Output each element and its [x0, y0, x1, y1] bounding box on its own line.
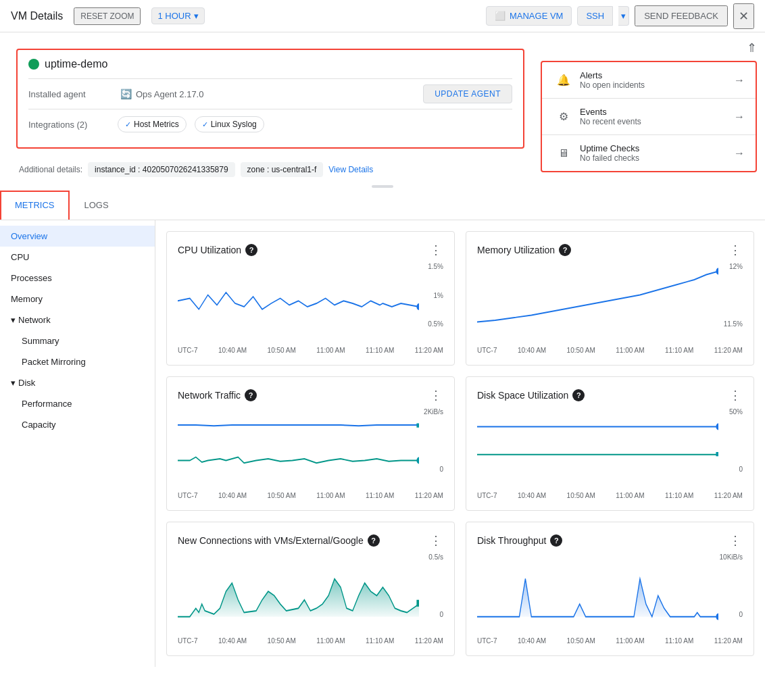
linux-syslog-label: Linux Syslog — [211, 120, 257, 129]
resize-handle[interactable] — [0, 182, 765, 191]
top-bar: VM Details RESET ZOOM 1 HOUR ▾ ⬜ MANAGE … — [0, 0, 765, 32]
events-item[interactable]: ⚙ Events No recent events → — [542, 99, 756, 135]
update-agent-button[interactable]: UPDATE AGENT — [423, 84, 512, 103]
disk-space-more-icon[interactable]: ⋮ — [729, 388, 743, 403]
network-x-labels: UTC-7 10:40 AM 10:50 AM 11:00 AM 11:10 A… — [178, 492, 443, 499]
network-title-row: Network Traffic ? — [178, 389, 257, 401]
instance-id-chip: instance_id : 4020507026241335879 — [88, 162, 235, 177]
network-help-icon[interactable]: ? — [245, 389, 257, 401]
charts-area: CPU Utilization ? ⋮ 1.5% 1% 0.5% — [155, 220, 765, 667]
collapse-button[interactable]: ⇑ — [747, 41, 757, 55]
disk-throughput-help-icon[interactable]: ? — [550, 534, 562, 547]
disk-space-chart-container: 50% 0 — [477, 408, 743, 489]
instance-id-label: instance_id : — [95, 165, 143, 174]
cpu-chart-container: 1.5% 1% 0.5% — [178, 263, 443, 344]
disk-space-chart-svg — [477, 408, 718, 476]
cpu-chart-svg — [178, 263, 419, 330]
memory-chart-header: Memory Utilization ? ⋮ — [477, 243, 743, 257]
charts-grid: CPU Utilization ? ⋮ 1.5% 1% 0.5% — [166, 231, 754, 656]
page-title: VM Details — [11, 10, 63, 22]
events-subtitle: No recent events — [580, 117, 734, 126]
manage-vm-button[interactable]: ⬜ MANAGE VM — [486, 6, 572, 26]
uptime-checks-text: Uptime Checks No failed checks — [580, 143, 734, 163]
new-connections-more-icon[interactable]: ⋮ — [430, 533, 443, 548]
memory-x-labels: UTC-7 10:40 AM 10:50 AM 11:00 AM 11:10 A… — [477, 347, 743, 354]
zone-value: us-central1-f — [272, 165, 317, 174]
close-button[interactable]: ✕ — [733, 3, 754, 29]
view-details-link[interactable]: View Details — [328, 165, 373, 174]
sidebar-group-disk[interactable]: ▾ Disk — [0, 372, 155, 393]
sidebar-item-cpu[interactable]: CPU — [0, 247, 155, 268]
uptime-checks-item[interactable]: 🖥 Uptime Checks No failed checks → — [542, 135, 756, 171]
vm-name: uptime-demo — [45, 58, 107, 70]
svg-marker-10 — [477, 579, 718, 617]
bell-icon: 🔔 — [553, 74, 574, 86]
disk-throughput-title-row: Disk Throughput ? — [477, 534, 562, 547]
network-traffic-chart: Network Traffic ? ⋮ 2KiB/s 0 — [166, 376, 455, 511]
disk-throughput-title: Disk Throughput — [477, 535, 546, 546]
resize-handle-bar — [372, 185, 393, 188]
chevron-down-icon: ▾ — [194, 11, 199, 21]
cpu-chart-title: CPU Utilization — [178, 245, 241, 255]
cpu-chart-header: CPU Utilization ? ⋮ — [178, 243, 443, 257]
integrations-row: Integrations (2) ✓ Host Metrics ✓ Linux … — [28, 109, 512, 139]
vm-details-container: uptime-demo Installed agent 🔄 Ops Agent … — [0, 32, 541, 182]
instance-id-value: 4020507026241335879 — [143, 165, 228, 174]
metrics-tab[interactable]: METRICS — [0, 191, 70, 220]
cpu-y-labels: 1.5% 1% 0.5% — [419, 263, 443, 328]
linux-syslog-chip: ✓ Linux Syslog — [195, 116, 264, 132]
time-period-button[interactable]: 1 HOUR ▾ — [151, 7, 204, 24]
details-section: uptime-demo Installed agent 🔄 Ops Agent … — [0, 32, 765, 182]
sidebar-item-memory[interactable]: Memory — [0, 289, 155, 309]
disk-throughput-container: 10KiB/s 0 — [477, 553, 743, 634]
alerts-arrow-icon: → — [734, 74, 745, 86]
memory-chart-title: Memory Utilization — [477, 245, 555, 255]
uptime-checks-arrow-icon: → — [734, 147, 745, 159]
svg-marker-8 — [178, 579, 419, 617]
memory-chart-container: 12% 11.5% — [477, 263, 743, 344]
new-connections-title-row: New Connections with VMs/External/Google… — [178, 534, 380, 547]
ssh-dropdown-button[interactable]: ▾ — [618, 6, 629, 26]
sidebar-item-overview[interactable]: Overview — [0, 226, 155, 247]
memory-help-icon[interactable]: ? — [559, 244, 571, 256]
check-icon-2: ✓ — [202, 120, 208, 129]
disk-throughput-svg — [477, 553, 718, 621]
disk-throughput-header: Disk Throughput ? ⋮ — [477, 533, 743, 548]
sidebar-item-summary[interactable]: Summary — [0, 330, 155, 351]
disk-space-y-labels: 50% 0 — [718, 408, 743, 473]
disk-space-x-labels: UTC-7 10:40 AM 10:50 AM 11:00 AM 11:10 A… — [477, 492, 743, 499]
memory-more-icon[interactable]: ⋮ — [729, 243, 743, 257]
new-connections-chart: New Connections with VMs/External/Google… — [166, 522, 455, 656]
memory-y-labels: 12% 11.5% — [718, 263, 743, 328]
zone-label: zone : — [247, 165, 272, 174]
sidebar-item-capacity[interactable]: Capacity — [0, 414, 155, 435]
content-area: Overview CPU Processes Memory ▾ Network … — [0, 220, 765, 667]
sidebar-group-network[interactable]: ▾ Network — [0, 309, 155, 330]
vm-name-row: uptime-demo — [28, 58, 512, 70]
vm-icon: ⬜ — [495, 11, 505, 21]
network-chart-svg — [178, 408, 419, 476]
cpu-help-icon[interactable]: ? — [245, 244, 257, 256]
check-icon-1: ✓ — [125, 120, 131, 129]
ssh-button[interactable]: SSH — [577, 6, 613, 26]
events-text: Events No recent events — [580, 107, 734, 126]
sidebar-item-packet-mirroring[interactable]: Packet Mirroring — [0, 351, 155, 372]
logs-tab[interactable]: LOGS — [70, 191, 124, 220]
alerts-item[interactable]: 🔔 Alerts No open incidents → — [542, 62, 756, 99]
agent-label: Installed agent — [28, 89, 109, 99]
new-connections-help-icon[interactable]: ? — [368, 534, 380, 547]
new-connections-svg — [178, 553, 419, 621]
new-connections-title: New Connections with VMs/External/Google — [178, 535, 364, 546]
alerts-panel: 🔔 Alerts No open incidents → ⚙ Events No… — [541, 61, 757, 172]
cpu-more-icon[interactable]: ⋮ — [430, 243, 443, 257]
network-more-icon[interactable]: ⋮ — [430, 388, 443, 403]
sidebar-item-performance[interactable]: Performance — [0, 393, 155, 414]
sidebar: Overview CPU Processes Memory ▾ Network … — [0, 220, 155, 667]
disk-throughput-more-icon[interactable]: ⋮ — [729, 533, 743, 548]
send-feedback-button[interactable]: SEND FEEDBACK — [635, 5, 728, 26]
disk-space-help-icon[interactable]: ? — [572, 389, 585, 401]
sidebar-item-processes[interactable]: Processes — [0, 268, 155, 289]
reset-zoom-button[interactable]: RESET ZOOM — [74, 7, 141, 25]
sync-icon: 🔄 — [120, 89, 132, 99]
network-chart-container: 2KiB/s 0 — [178, 408, 443, 489]
